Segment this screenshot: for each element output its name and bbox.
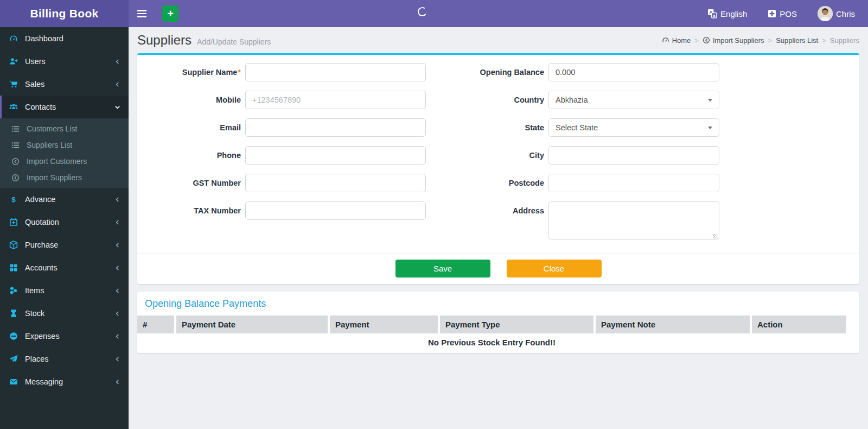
user-plus-icon: [8, 57, 19, 66]
sidebar-subitem-suppliers-list[interactable]: Suppliers List: [0, 137, 129, 153]
column-header-payment-note: Payment Note: [593, 316, 750, 333]
empty-row: No Previous Stock Entry Found!!: [137, 333, 846, 352]
phone-label: Phone: [145, 146, 241, 165]
select-caret-icon: [708, 127, 712, 129]
import-circle-arrow-icon: [11, 174, 21, 182]
sidebar-item-sales[interactable]: Sales: [0, 73, 129, 96]
tax-number-input[interactable]: [245, 201, 426, 220]
breadcrumb-suppliers-list[interactable]: Suppliers List: [776, 36, 818, 45]
sidebar-item-advance[interactable]: $ Advance: [0, 188, 129, 211]
contacts-submenu: Customers List Suppliers List Import Cus…: [0, 118, 129, 188]
sidebar-item-label: Contacts: [25, 103, 56, 111]
top-navbar: Billing Book + A a English: [0, 0, 868, 27]
column-header-payment: Payment: [328, 316, 438, 333]
sidebar-item-users[interactable]: Users: [0, 50, 129, 73]
phone-input[interactable]: [245, 146, 426, 165]
chevron-left-icon: [114, 356, 120, 362]
sidebar-item-stock[interactable]: Stock: [0, 302, 129, 325]
sidebar-item-expenses[interactable]: Expenses: [0, 325, 129, 348]
page-title: Suppliers: [137, 33, 192, 48]
mobile-input[interactable]: [245, 91, 426, 109]
sidebar-item-items[interactable]: Items: [0, 279, 129, 302]
payments-table-header-row: # Payment Date Payment Payment Type Paym…: [137, 316, 846, 333]
submenu-item-label: Import Customers: [27, 157, 87, 166]
user-menu[interactable]: Chris: [818, 6, 855, 21]
breadcrumb-separator: >: [822, 36, 826, 45]
content-header: Suppliers Add/Update Suppliers Home > Im…: [137, 27, 859, 53]
navbar-main: + A a English: [129, 0, 868, 27]
column-header-payment-date: Payment Date: [174, 316, 328, 333]
import-circle-arrow-icon: [703, 36, 710, 44]
users-group-icon: [8, 103, 19, 111]
submenu-item-label: Suppliers List: [27, 141, 72, 149]
pos-label: POS: [780, 9, 797, 18]
quick-add-button[interactable]: +: [162, 5, 178, 22]
required-asterisk: *: [238, 68, 241, 77]
sidebar-item-label: Accounts: [25, 263, 58, 272]
address-textarea[interactable]: [548, 201, 719, 239]
calendar-plus-icon: [8, 218, 19, 226]
chevron-down-icon: [114, 104, 120, 110]
gst-number-input[interactable]: [245, 174, 426, 192]
sidebar-item-quotation[interactable]: Quotation: [0, 211, 129, 234]
chevron-left-icon: [114, 265, 120, 271]
country-label: Country: [430, 91, 544, 109]
hourglass-icon: [8, 309, 19, 318]
postcode-input[interactable]: [548, 174, 719, 192]
sidebar-subitem-import-customers[interactable]: Import Customers: [0, 153, 129, 169]
paper-plane-icon: [8, 355, 19, 363]
pos-menu[interactable]: POS: [768, 9, 797, 18]
breadcrumb-home[interactable]: Home: [662, 36, 691, 45]
state-select[interactable]: Select State: [548, 118, 719, 137]
sidebar-item-label: Stock: [25, 309, 44, 318]
language-menu[interactable]: A a English: [707, 9, 747, 18]
column-header-number: #: [137, 316, 174, 333]
sidebar-item-accounts[interactable]: Accounts: [0, 256, 129, 279]
sidebar-item-label: Users: [25, 57, 46, 66]
address-label: Address: [430, 201, 544, 220]
page-subtitle: Add/Update Suppliers: [197, 34, 271, 46]
sidebar-item-places[interactable]: Places: [0, 348, 129, 370]
brand-logo[interactable]: Billing Book: [0, 0, 129, 27]
mobile-label: Mobile: [145, 91, 241, 109]
column-header-action: Action: [750, 316, 846, 333]
submenu-item-label: Customers List: [27, 124, 77, 133]
breadcrumb-import-suppliers[interactable]: Import Suppliers: [703, 36, 764, 45]
sidebar-toggle-button[interactable]: [137, 4, 156, 23]
sidebar-item-messaging[interactable]: Messaging: [0, 370, 129, 393]
chevron-left-icon: [114, 81, 120, 87]
breadcrumb: Home > Import Suppliers > Suppliers List…: [662, 36, 859, 45]
submenu-item-label: Import Suppliers: [27, 173, 82, 182]
state-label: State: [430, 118, 544, 137]
sidebar-item-label: Advance: [25, 195, 55, 204]
chevron-left-icon: [114, 219, 120, 225]
sidebar-item-purchase[interactable]: Purchase: [0, 234, 129, 256]
supplier-name-input[interactable]: [245, 63, 426, 81]
breadcrumb-separator: >: [768, 36, 773, 45]
breadcrumb-separator: >: [694, 36, 699, 45]
import-circle-arrow-icon: [11, 157, 21, 166]
city-input[interactable]: [548, 146, 719, 165]
sidebar-item-label: Quotation: [25, 218, 59, 226]
supplier-name-label: Supplier Name*: [145, 63, 241, 81]
user-avatar: [818, 6, 833, 21]
translate-icon: A a: [707, 9, 717, 18]
breadcrumb-current: Suppliers: [830, 36, 859, 45]
opening-balance-input[interactable]: [548, 63, 719, 81]
main-content: Suppliers Add/Update Suppliers Home > Im…: [129, 0, 868, 353]
sidebar-item-dashboard[interactable]: Dashboard: [0, 27, 129, 50]
chevron-left-icon: [114, 242, 120, 248]
cubes-icon: [8, 286, 19, 295]
sidebar-item-label: Purchase: [25, 241, 58, 249]
sidebar-item-contacts[interactable]: Contacts: [0, 96, 129, 118]
close-button[interactable]: Close: [507, 260, 602, 277]
save-button[interactable]: Save: [395, 260, 490, 277]
email-input[interactable]: [245, 118, 426, 137]
postcode-label: Postcode: [430, 174, 544, 192]
cube-icon: [8, 241, 19, 249]
sidebar-subitem-import-suppliers[interactable]: Import Suppliers: [0, 169, 129, 186]
language-label: English: [720, 9, 747, 18]
tax-number-label: TAX Number: [145, 201, 241, 220]
sidebar-subitem-customers-list[interactable]: Customers List: [0, 121, 129, 137]
country-select[interactable]: Abkhazia: [548, 91, 719, 109]
